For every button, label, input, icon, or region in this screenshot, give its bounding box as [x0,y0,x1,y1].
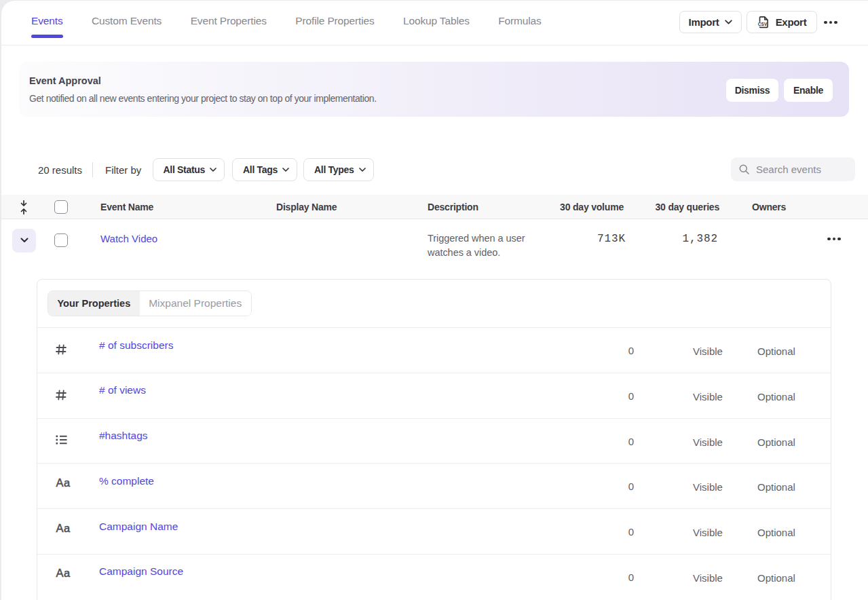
svg-text:CSV: CSV [757,22,767,26]
